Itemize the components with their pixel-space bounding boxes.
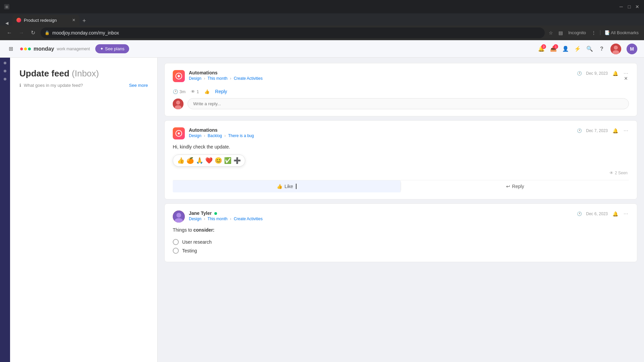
remind-button-2[interactable]: 🔔 <box>612 127 619 134</box>
card-meta-3: 🕐 Dec 6, 2023 🔔 ⋯ <box>577 210 629 217</box>
grid-icon[interactable]: ⊞ <box>7 45 15 53</box>
action-bar-2: 👍 Like ↩ Reply <box>173 180 629 192</box>
like-button-1[interactable]: 👍 <box>204 89 210 94</box>
card-automations-dec7: Automations Design › Backlog › There is … <box>164 120 637 199</box>
close-button[interactable]: ✕ <box>635 4 640 9</box>
tab-bar: ◀ Product redesign ✕ + <box>0 13 644 25</box>
like-action-button-2[interactable]: 👍 Like <box>173 180 401 192</box>
date-1: Dec 9, 2023 <box>586 71 608 76</box>
more-options-icon[interactable]: ⋮ <box>591 30 596 36</box>
help-icon[interactable]: ? <box>598 46 605 52</box>
card-automations-dec9: Automations Design › This month › Create… <box>164 63 637 116</box>
sep-3a: › <box>204 217 205 221</box>
left-panel: Update feed (Inbox) ℹ What goes in my up… <box>10 58 158 362</box>
maximize-button[interactable]: □ <box>627 4 632 9</box>
user-avatar-top[interactable] <box>610 44 621 54</box>
breadcrumb-1-part2[interactable]: This month <box>208 76 227 81</box>
eye-icon-1: 👁 <box>191 89 195 94</box>
reply-action-button-2[interactable]: ↩ Reply <box>401 180 629 192</box>
sep-2b: › <box>224 133 226 138</box>
emoji-pray[interactable]: 🙏 <box>196 157 203 164</box>
like-label-2: Like <box>284 184 293 189</box>
refresh-button[interactable]: ↻ <box>30 28 37 37</box>
reply-avatar-1 <box>173 99 183 109</box>
sep-1b: › <box>230 76 231 81</box>
sender-name-1: Automations <box>189 70 573 75</box>
sidebar <box>0 58 10 362</box>
svg-point-5 <box>612 50 619 54</box>
clock-icon-2: 🕐 <box>577 128 582 133</box>
date-2: Dec 7, 2023 <box>586 128 608 133</box>
breadcrumb-1-part1[interactable]: Design <box>189 76 201 81</box>
active-tab[interactable]: Product redesign ✕ <box>12 15 79 25</box>
emoji-orange[interactable]: 🍊 <box>186 157 194 164</box>
info-icon: ℹ <box>19 83 21 88</box>
time-ago-1: 3m <box>179 89 185 94</box>
automations-avatar-2 <box>173 127 185 139</box>
svg-point-2 <box>28 47 31 50</box>
checkbox-2[interactable] <box>173 248 179 254</box>
svg-point-12 <box>178 132 180 134</box>
tab-close-button[interactable]: ✕ <box>72 18 75 22</box>
address-bar[interactable]: 🔒 moodjoy.monday.com/my_inbox <box>41 27 545 38</box>
emoji-thumbsup[interactable]: 👍 <box>177 157 184 164</box>
modal-close-button[interactable]: × <box>621 74 631 83</box>
breadcrumb-3: Design › This month › Create Activities <box>189 217 573 221</box>
emoji-check[interactable]: ✅ <box>224 157 231 164</box>
date-3: Dec 6, 2023 <box>586 212 608 216</box>
breadcrumb-3-part3[interactable]: Create Activities <box>234 217 263 221</box>
card-meta-1: 🕐 Dec 9, 2023 🔔 ⋯ <box>577 70 629 77</box>
logo-text: monday <box>34 46 54 52</box>
right-content[interactable]: × Automations Design <box>158 58 644 362</box>
notifications-icon[interactable]: 🔔 3 <box>538 46 545 52</box>
sep-1a: › <box>204 76 205 81</box>
svg-point-4 <box>614 46 618 50</box>
see-plans-button[interactable]: ✦ See plans <box>95 44 129 53</box>
monday-topbar: ⊞ monday work management ✦ See plans 🔔 3… <box>0 40 644 58</box>
more-options-3[interactable]: ⋯ <box>623 210 629 217</box>
emoji-smile[interactable]: 😊 <box>215 157 222 164</box>
reply-icon-2: ↩ <box>506 184 510 189</box>
emoji-add[interactable]: ➕ <box>233 157 241 164</box>
emoji-heart[interactable]: ❤️ <box>205 157 213 164</box>
sender-name-3: Jane Tyler <box>189 210 573 216</box>
card-jane-tyler: Jane Tyler Design › This month › Create … <box>164 203 637 262</box>
card-header-3: Jane Tyler Design › This month › Create … <box>173 210 629 223</box>
svg-point-7 <box>178 75 180 77</box>
card-header-1: Automations Design › This month › Create… <box>173 70 629 82</box>
thumbsup-icon-2: 👍 <box>277 184 282 189</box>
forward-button[interactable]: → <box>17 28 25 37</box>
back-button[interactable]: ← <box>5 28 13 37</box>
breadcrumb-2-part2[interactable]: Backlog <box>208 133 222 138</box>
more-options-2[interactable]: ⋯ <box>623 127 629 134</box>
new-tab-button[interactable]: + <box>79 16 89 25</box>
views-count-1: 1 <box>197 89 199 94</box>
minimize-button[interactable]: ─ <box>619 4 624 9</box>
reply-input-1[interactable] <box>187 98 629 109</box>
lightning-icon[interactable]: ⚡ <box>574 46 581 52</box>
update-feed-label: Update feed <box>19 68 69 78</box>
checkbox-1[interactable] <box>173 239 179 245</box>
bookmark-icon[interactable]: ☆ <box>549 30 553 36</box>
breadcrumb-1-part3[interactable]: Create Activities <box>234 76 263 81</box>
breadcrumb-3-part2[interactable]: This month <box>208 217 227 221</box>
people-icon[interactable]: 👤 <box>562 46 569 52</box>
breadcrumb-2-part1[interactable]: Design <box>189 133 201 138</box>
see-more-link[interactable]: See more <box>129 83 148 88</box>
card-header-info-2: Automations Design › Backlog › There is … <box>189 127 573 138</box>
remind-button-3[interactable]: 🔔 <box>612 210 619 217</box>
search-icon[interactable]: 🔍 <box>586 46 593 52</box>
reply-button-1[interactable]: Reply <box>215 89 227 94</box>
lock-icon: 🔒 <box>45 31 50 35</box>
inbox-icon[interactable]: 📥 1 <box>550 46 557 52</box>
feed-hint: ℹ What goes in my update feed? See more <box>19 83 148 88</box>
card-header-info-1: Automations Design › This month › Create… <box>189 70 573 81</box>
remind-button-1[interactable]: 🔔 <box>612 70 619 77</box>
sidebar-dot-2 <box>4 70 6 72</box>
breadcrumb-3-part1[interactable]: Design <box>189 217 201 221</box>
title-bar: ⊞ ─ □ ✕ <box>0 0 644 13</box>
breadcrumb-2-part3[interactable]: There is a bug <box>228 133 254 138</box>
sidebar-icon[interactable]: ▤ <box>558 30 563 36</box>
user-avatar-secondary[interactable]: M <box>627 44 637 54</box>
card-meta-2: 🕐 Dec 7, 2023 🔔 ⋯ <box>577 127 629 134</box>
